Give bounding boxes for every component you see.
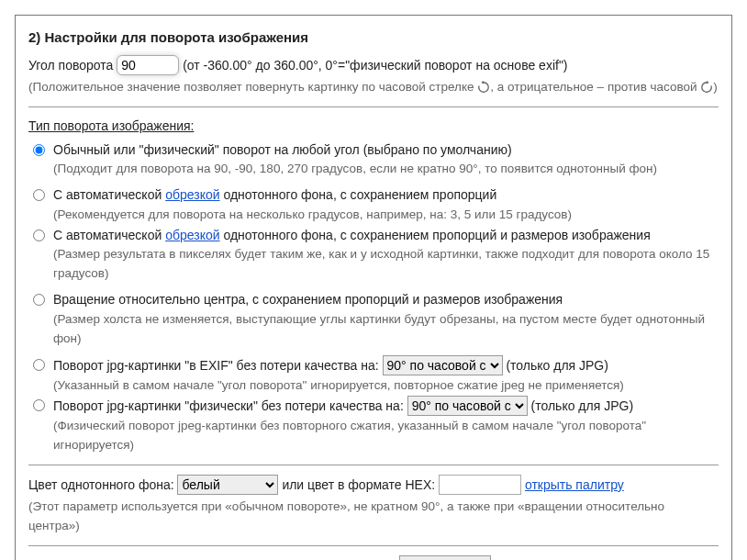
divider (28, 106, 719, 107)
rotation-type-radio-5[interactable] (33, 359, 45, 371)
rotation-type-hint: (Указанный в самом начале "угол поворота… (53, 376, 624, 396)
rotation-type-pre: С автоматической (53, 228, 165, 242)
rotation-type-label: Вращение относительно центра, с сохранен… (53, 292, 563, 307)
angle-label: Угол поворота (28, 58, 113, 73)
rotation-type-post: однотонного фона, с сохранением пропорци… (220, 187, 497, 202)
rotation-type-option: Вращение относительно центра, с сохранен… (28, 290, 719, 349)
divider (28, 465, 719, 465)
rotation-type-hint: (Подходит для поворота на 90, -90, 180, … (53, 160, 657, 179)
rotation-type-label: Поворот jpg-картинки "в EXIF" без потери… (53, 358, 383, 373)
type-heading: Тип поворота изображения: (28, 117, 195, 137)
divider (28, 545, 719, 546)
bgcolor-hint: (Этот параметр используется при «обычном… (28, 498, 719, 536)
rotation-type-hint: (Размер холста не изменяется, выступающи… (53, 310, 719, 349)
rotation-type-hint: (Рекомендуется для поворота на несколько… (53, 206, 572, 225)
rotation-type-label: Обычный или "физический" поворот на любо… (53, 142, 512, 157)
rotation-settings-panel: 2) Настройки для поворота изображения Уг… (15, 15, 732, 560)
bgcolor-select[interactable]: белый (177, 475, 278, 495)
crop-link[interactable]: обрезкой (165, 187, 219, 202)
exif-correction-row: Учитывать поворот картинки в EXIF + корр… (28, 555, 719, 561)
angle-input[interactable] (117, 55, 179, 75)
rotation-type-label: Поворот jpg-картинки "физически" без пот… (53, 398, 407, 413)
bgcolor-hex-input[interactable] (439, 475, 521, 495)
physical-rotate-amount-select[interactable]: 90° по часовой с (407, 396, 528, 416)
panel-title: 2) Настройки для поворота изображения (28, 27, 719, 48)
rotation-type-hint: (Размер результата в пикселях будет таки… (53, 245, 719, 284)
angle-hint-mid: , а отрицательное – против часовой (490, 80, 700, 94)
angle-range-label: (от -360.00° до 360.00°, 0°="физический … (183, 58, 567, 73)
rotation-type-option: С автоматической обрезкой однотонного фо… (28, 226, 719, 285)
rotation-type-radio-4[interactable] (33, 294, 45, 306)
exif-rotate-amount-select[interactable]: 90° по часовой с (383, 355, 503, 375)
rotation-type-option: Поворот jpg-картинки "физически" без пот… (28, 396, 719, 455)
rotation-type-radio-2[interactable] (33, 189, 45, 201)
bgcolor-hex-label: или цвет в формате HEX: (282, 477, 435, 492)
rotate-cw-icon (477, 81, 490, 94)
rotation-type-radio-6[interactable] (33, 399, 45, 411)
rotation-type-post: однотонного фона, с сохранением пропорци… (220, 228, 651, 242)
rotation-type-radio-3[interactable] (33, 230, 45, 241)
rotation-type-suffix: (только для JPG) (503, 358, 608, 373)
rotation-type-pre: С автоматической (53, 187, 165, 202)
rotation-type-option: С автоматической обрезкой однотонного фо… (28, 185, 719, 225)
rotation-type-suffix: (только для JPG) (528, 398, 633, 413)
bgcolor-row: Цвет однотонного фона: белый или цвет в … (28, 475, 719, 496)
rotate-ccw-icon (700, 81, 713, 94)
exif-correction-select[interactable]: включено (399, 555, 491, 561)
angle-hint-pre: (Положительное значение позволяет поверн… (28, 80, 477, 94)
crop-link[interactable]: обрезкой (165, 228, 219, 242)
angle-row: Угол поворота (от -360.00° до 360.00°, 0… (28, 55, 719, 76)
bgcolor-label: Цвет однотонного фона: (28, 477, 174, 492)
open-palette-link[interactable]: открыть палитру (525, 477, 624, 492)
rotation-type-option: Поворот jpg-картинки "в EXIF" без потери… (28, 355, 719, 396)
angle-hint-post: ) (713, 80, 718, 94)
angle-hint: (Положительное значение позволяет поверн… (28, 78, 719, 97)
rotation-type-option: Обычный или "физический" поворот на любо… (28, 140, 719, 180)
rotation-type-hint: (Физический поворот jpeg-картинки без по… (53, 417, 719, 455)
rotation-type-radio-1[interactable] (33, 144, 45, 156)
